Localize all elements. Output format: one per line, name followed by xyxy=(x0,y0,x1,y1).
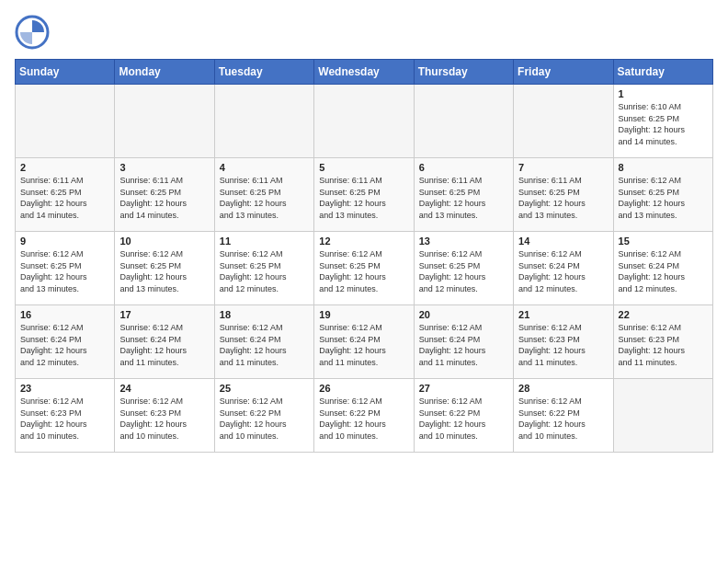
day-info: Sunrise: 6:12 AM Sunset: 6:24 PM Dayligh… xyxy=(220,322,309,368)
day-info: Sunrise: 6:11 AM Sunset: 6:25 PM Dayligh… xyxy=(518,175,608,221)
logo xyxy=(15,15,53,50)
calendar-cell xyxy=(16,85,115,158)
day-info: Sunrise: 6:12 AM Sunset: 6:23 PM Dayligh… xyxy=(518,322,608,368)
day-info: Sunrise: 6:12 AM Sunset: 6:22 PM Dayligh… xyxy=(419,396,508,442)
day-number: 19 xyxy=(319,309,408,320)
day-number: 10 xyxy=(119,236,209,247)
day-info: Sunrise: 6:12 AM Sunset: 6:22 PM Dayligh… xyxy=(518,396,608,442)
day-info: Sunrise: 6:12 AM Sunset: 6:24 PM Dayligh… xyxy=(119,322,209,368)
calendar-cell: 9Sunrise: 6:12 AM Sunset: 6:25 PM Daylig… xyxy=(16,232,115,305)
day-number: 17 xyxy=(119,309,209,320)
day-number: 14 xyxy=(518,236,608,247)
day-info: Sunrise: 6:11 AM Sunset: 6:25 PM Dayligh… xyxy=(419,175,508,221)
calendar-cell: 19Sunrise: 6:12 AM Sunset: 6:24 PM Dayli… xyxy=(314,305,414,379)
calendar-cell xyxy=(414,85,513,158)
calendar-cell: 18Sunrise: 6:12 AM Sunset: 6:24 PM Dayli… xyxy=(214,305,313,379)
calendar-cell: 11Sunrise: 6:12 AM Sunset: 6:25 PM Dayli… xyxy=(214,232,313,305)
day-number: 26 xyxy=(319,383,408,394)
day-info: Sunrise: 6:12 AM Sunset: 6:22 PM Dayligh… xyxy=(220,396,309,442)
day-number: 15 xyxy=(619,236,708,247)
calendar-cell xyxy=(613,379,712,453)
day-info: Sunrise: 6:10 AM Sunset: 6:25 PM Dayligh… xyxy=(619,101,708,147)
calendar-cell: 20Sunrise: 6:12 AM Sunset: 6:24 PM Dayli… xyxy=(414,305,513,379)
calendar-cell: 26Sunrise: 6:12 AM Sunset: 6:22 PM Dayli… xyxy=(314,379,414,453)
day-info: Sunrise: 6:12 AM Sunset: 6:25 PM Dayligh… xyxy=(119,248,209,294)
calendar-cell: 1Sunrise: 6:10 AM Sunset: 6:25 PM Daylig… xyxy=(613,85,712,158)
page-header xyxy=(15,15,713,50)
calendar-cell: 6Sunrise: 6:11 AM Sunset: 6:25 PM Daylig… xyxy=(414,158,513,232)
day-number: 21 xyxy=(518,309,608,320)
calendar-cell: 25Sunrise: 6:12 AM Sunset: 6:22 PM Dayli… xyxy=(214,379,313,453)
day-info: Sunrise: 6:12 AM Sunset: 6:23 PM Dayligh… xyxy=(20,396,109,442)
calendar-cell: 22Sunrise: 6:12 AM Sunset: 6:23 PM Dayli… xyxy=(613,305,712,379)
day-info: Sunrise: 6:12 AM Sunset: 6:24 PM Dayligh… xyxy=(619,248,708,294)
day-number: 4 xyxy=(220,162,309,173)
day-number: 5 xyxy=(319,162,408,173)
col-header-saturday: Saturday xyxy=(613,60,712,85)
day-number: 16 xyxy=(20,309,109,320)
calendar-cell: 12Sunrise: 6:12 AM Sunset: 6:25 PM Dayli… xyxy=(314,232,414,305)
day-number: 13 xyxy=(419,236,508,247)
col-header-monday: Monday xyxy=(115,60,214,85)
calendar-cell: 8Sunrise: 6:12 AM Sunset: 6:25 PM Daylig… xyxy=(613,158,712,232)
col-header-sunday: Sunday xyxy=(16,60,115,85)
day-number: 24 xyxy=(119,383,209,394)
day-info: Sunrise: 6:11 AM Sunset: 6:25 PM Dayligh… xyxy=(319,175,408,221)
day-info: Sunrise: 6:12 AM Sunset: 6:24 PM Dayligh… xyxy=(419,322,508,368)
calendar-cell: 27Sunrise: 6:12 AM Sunset: 6:22 PM Dayli… xyxy=(414,379,513,453)
calendar-cell: 2Sunrise: 6:11 AM Sunset: 6:25 PM Daylig… xyxy=(16,158,115,232)
day-number: 7 xyxy=(518,162,608,173)
day-info: Sunrise: 6:12 AM Sunset: 6:22 PM Dayligh… xyxy=(319,396,408,442)
day-number: 27 xyxy=(419,383,508,394)
day-info: Sunrise: 6:12 AM Sunset: 6:25 PM Dayligh… xyxy=(319,248,408,294)
day-info: Sunrise: 6:12 AM Sunset: 6:25 PM Dayligh… xyxy=(20,248,109,294)
calendar-cell: 13Sunrise: 6:12 AM Sunset: 6:25 PM Dayli… xyxy=(414,232,513,305)
calendar-cell xyxy=(115,85,214,158)
calendar-cell: 5Sunrise: 6:11 AM Sunset: 6:25 PM Daylig… xyxy=(314,158,414,232)
day-number: 18 xyxy=(220,309,309,320)
day-number: 9 xyxy=(20,236,109,247)
calendar-table: SundayMondayTuesdayWednesdayThursdayFrid… xyxy=(15,59,713,453)
day-number: 22 xyxy=(619,309,708,320)
day-info: Sunrise: 6:12 AM Sunset: 6:24 PM Dayligh… xyxy=(518,248,608,294)
day-info: Sunrise: 6:12 AM Sunset: 6:25 PM Dayligh… xyxy=(619,175,708,221)
day-number: 23 xyxy=(20,383,109,394)
col-header-tuesday: Tuesday xyxy=(214,60,313,85)
calendar-cell: 7Sunrise: 6:11 AM Sunset: 6:25 PM Daylig… xyxy=(514,158,613,232)
col-header-friday: Friday xyxy=(514,60,613,85)
day-number: 6 xyxy=(419,162,508,173)
calendar-cell: 16Sunrise: 6:12 AM Sunset: 6:24 PM Dayli… xyxy=(16,305,115,379)
calendar-cell: 3Sunrise: 6:11 AM Sunset: 6:25 PM Daylig… xyxy=(115,158,214,232)
day-number: 8 xyxy=(619,162,708,173)
day-info: Sunrise: 6:11 AM Sunset: 6:25 PM Dayligh… xyxy=(20,175,109,221)
calendar-cell: 15Sunrise: 6:12 AM Sunset: 6:24 PM Dayli… xyxy=(613,232,712,305)
calendar-cell: 14Sunrise: 6:12 AM Sunset: 6:24 PM Dayli… xyxy=(514,232,613,305)
calendar-cell: 28Sunrise: 6:12 AM Sunset: 6:22 PM Dayli… xyxy=(514,379,613,453)
calendar-cell: 4Sunrise: 6:11 AM Sunset: 6:25 PM Daylig… xyxy=(214,158,313,232)
day-number: 3 xyxy=(119,162,209,173)
day-info: Sunrise: 6:12 AM Sunset: 6:24 PM Dayligh… xyxy=(319,322,408,368)
day-info: Sunrise: 6:12 AM Sunset: 6:23 PM Dayligh… xyxy=(619,322,708,368)
day-info: Sunrise: 6:12 AM Sunset: 6:25 PM Dayligh… xyxy=(220,248,309,294)
day-number: 28 xyxy=(518,383,608,394)
day-info: Sunrise: 6:11 AM Sunset: 6:25 PM Dayligh… xyxy=(119,175,209,221)
day-number: 25 xyxy=(220,383,309,394)
calendar-cell: 23Sunrise: 6:12 AM Sunset: 6:23 PM Dayli… xyxy=(16,379,115,453)
col-header-thursday: Thursday xyxy=(414,60,513,85)
calendar-cell: 10Sunrise: 6:12 AM Sunset: 6:25 PM Dayli… xyxy=(115,232,214,305)
day-info: Sunrise: 6:11 AM Sunset: 6:25 PM Dayligh… xyxy=(220,175,309,221)
day-number: 1 xyxy=(619,88,708,99)
calendar-cell: 24Sunrise: 6:12 AM Sunset: 6:23 PM Dayli… xyxy=(115,379,214,453)
day-number: 12 xyxy=(319,236,408,247)
calendar-cell: 17Sunrise: 6:12 AM Sunset: 6:24 PM Dayli… xyxy=(115,305,214,379)
day-number: 11 xyxy=(220,236,309,247)
day-number: 2 xyxy=(20,162,109,173)
day-info: Sunrise: 6:12 AM Sunset: 6:23 PM Dayligh… xyxy=(119,396,209,442)
day-info: Sunrise: 6:12 AM Sunset: 6:25 PM Dayligh… xyxy=(419,248,508,294)
day-info: Sunrise: 6:12 AM Sunset: 6:24 PM Dayligh… xyxy=(20,322,109,368)
calendar-cell xyxy=(214,85,313,158)
day-number: 20 xyxy=(419,309,508,320)
calendar-cell xyxy=(514,85,613,158)
calendar-cell xyxy=(314,85,414,158)
col-header-wednesday: Wednesday xyxy=(314,60,414,85)
